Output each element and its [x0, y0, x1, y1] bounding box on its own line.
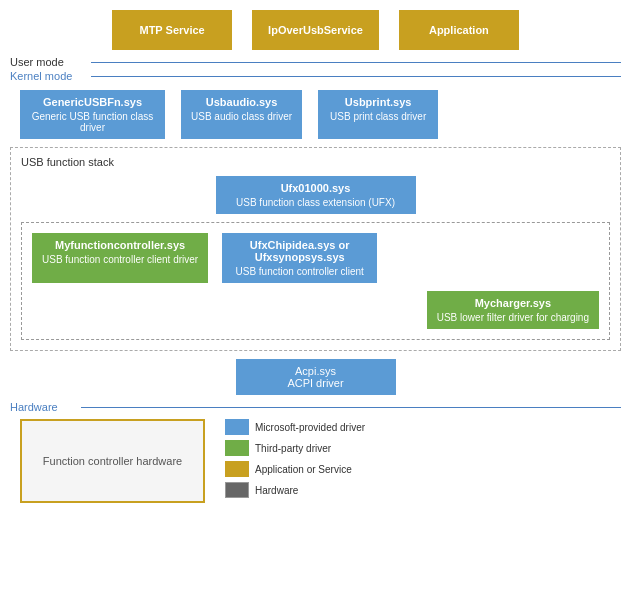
kernel-drivers-row: GenericUSBFn.sys Generic USB function cl… [10, 90, 621, 139]
function-controller-box: Function controller hardware [20, 419, 205, 503]
user-mode-label: User mode [10, 56, 85, 68]
legend-item-gray: Hardware [225, 482, 611, 498]
mtp-service-box: MTP Service [112, 10, 232, 50]
acpi-row: Acpi.sys ACPI driver [10, 359, 621, 395]
mycharger-title: Mycharger.sys [437, 297, 589, 309]
legend-label-green: Third-party driver [255, 443, 331, 454]
hardware-divider [81, 407, 621, 408]
myfunction-controller-title: Myfunctioncontroller.sys [42, 239, 198, 251]
hardware-section: Hardware Function controller hardware Mi… [10, 401, 621, 503]
ipoverusb-service-label: IpOverUsbService [268, 24, 363, 36]
mtp-service-label: MTP Service [139, 24, 204, 36]
legend-color-gray [225, 482, 249, 498]
myfunction-controller-box: Myfunctioncontroller.sys USB function co… [32, 233, 208, 283]
legend-color-green [225, 440, 249, 456]
ipoverusb-service-box: IpOverUsbService [252, 10, 379, 50]
usbprint-title: Usbprint.sys [328, 96, 428, 108]
usbprint-subtitle: USB print class driver [328, 111, 428, 122]
acpi-box: Acpi.sys ACPI driver [236, 359, 396, 395]
genericusbfn-subtitle: Generic USB function class driver [30, 111, 155, 133]
usb-stack-label: USB function stack [21, 156, 610, 168]
hardware-content: Function controller hardware Microsoft-p… [10, 419, 621, 503]
acpi-title: Acpi.sys [256, 365, 376, 377]
application-service-box: Application [399, 10, 519, 50]
genericusbfn-box: GenericUSBFn.sys Generic USB function cl… [20, 90, 165, 139]
legend-item-blue: Microsoft-provided driver [225, 419, 611, 435]
kernel-mode-line: Kernel mode [10, 70, 621, 82]
top-services-row: MTP Service IpOverUsbService Application [10, 10, 621, 50]
ufxchipidea-title: UfxChipidea.sys or Ufxsynopsys.sys [232, 239, 367, 263]
function-controller-label: Function controller hardware [43, 455, 182, 467]
user-mode-line: User mode [10, 56, 621, 68]
user-mode-divider [91, 62, 621, 63]
ufxchipidea-subtitle: USB function controller client [232, 266, 367, 277]
kernel-mode-label: Kernel mode [10, 70, 85, 82]
usbprint-box: Usbprint.sys USB print class driver [318, 90, 438, 139]
charger-row: Mycharger.sys USB lower filter driver fo… [32, 291, 599, 329]
legend-color-blue [225, 419, 249, 435]
legend: Microsoft-provided driver Third-party dr… [215, 419, 611, 503]
usb-stack-container: USB function stack Ufx01000.sys USB func… [10, 147, 621, 351]
genericusbfn-title: GenericUSBFn.sys [30, 96, 155, 108]
ufx-box: Ufx01000.sys USB function class extensio… [216, 176, 416, 214]
hardware-label: Hardware [10, 401, 75, 413]
ufx-subtitle: USB function class extension (UFX) [226, 197, 406, 208]
controllers-row: Myfunctioncontroller.sys USB function co… [32, 233, 599, 283]
legend-label-gray: Hardware [255, 485, 298, 496]
legend-item-green: Third-party driver [225, 440, 611, 456]
ufx-title: Ufx01000.sys [226, 182, 406, 194]
application-service-label: Application [429, 24, 489, 36]
hardware-line-row: Hardware [10, 401, 621, 413]
legend-label-gold: Application or Service [255, 464, 352, 475]
myfunction-controller-subtitle: USB function controller client driver [42, 254, 198, 265]
inner-dashed-box: Myfunctioncontroller.sys USB function co… [21, 222, 610, 340]
usbaudio-title: Usbaudio.sys [191, 96, 292, 108]
ufxchipidea-box: UfxChipidea.sys or Ufxsynopsys.sys USB f… [222, 233, 377, 283]
legend-item-gold: Application or Service [225, 461, 611, 477]
usbaudio-subtitle: USB audio class driver [191, 111, 292, 122]
diagram-container: MTP Service IpOverUsbService Application… [0, 0, 631, 614]
ufx-box-row: Ufx01000.sys USB function class extensio… [21, 176, 610, 214]
legend-label-blue: Microsoft-provided driver [255, 422, 365, 433]
mycharger-box: Mycharger.sys USB lower filter driver fo… [427, 291, 599, 329]
acpi-subtitle: ACPI driver [256, 377, 376, 389]
usbaudio-box: Usbaudio.sys USB audio class driver [181, 90, 302, 139]
mycharger-subtitle: USB lower filter driver for charging [437, 312, 589, 323]
legend-color-gold [225, 461, 249, 477]
kernel-mode-divider [91, 76, 621, 77]
